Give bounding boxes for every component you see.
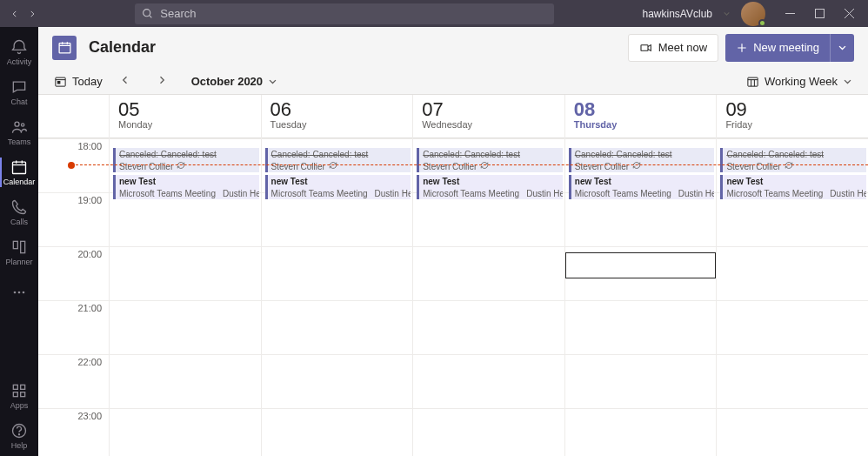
hour-label: 21:00	[38, 300, 109, 354]
calendar-event[interactable]: new Test	[113, 175, 259, 187]
history-back[interactable]	[9, 8, 21, 20]
sidebar-more[interactable]	[0, 272, 38, 312]
svg-rect-12	[13, 392, 17, 397]
time-selection[interactable]	[565, 252, 717, 278]
svg-rect-4	[13, 162, 26, 173]
search-box[interactable]	[135, 3, 554, 24]
day-name: Wednesday	[422, 119, 556, 130]
presence-indicator	[758, 19, 766, 27]
recurrence-icon	[329, 161, 337, 171]
calendar-event[interactable]: new Test	[569, 175, 715, 187]
sidebar-item-calls[interactable]: Calls	[0, 192, 38, 232]
svg-rect-18	[56, 77, 65, 86]
hour-label: 22:00	[38, 354, 109, 408]
calendar-event-detail[interactable]: Microsoft Teams MeetingDustin He	[265, 187, 411, 199]
sidebar-item-label: Help	[11, 441, 28, 450]
day-column[interactable]: 09FridayCanceled: Canceled: testSteven C…	[717, 95, 868, 456]
day-number: 06	[270, 100, 404, 119]
day-number: 05	[118, 100, 252, 119]
calendar-event[interactable]: new Test	[417, 175, 563, 187]
calendar-event-organizer[interactable]: Steven Collier	[569, 160, 715, 172]
calendar-event-organizer[interactable]: Steven Collier	[417, 160, 563, 172]
calendar-grid[interactable]: 05MondayCanceled: Canceled: testSteven C…	[110, 95, 868, 456]
calendar-event-canceled[interactable]: Canceled: Canceled: test	[720, 148, 866, 160]
day-name: Tuesday	[270, 119, 404, 130]
view-picker[interactable]: Working Week	[746, 75, 852, 88]
day-number: 07	[422, 100, 556, 119]
button-label: Meet now	[658, 41, 707, 54]
chevron-down-icon	[723, 10, 731, 17]
window-maximize[interactable]	[805, 0, 835, 27]
plus-icon	[736, 42, 748, 54]
video-icon	[639, 41, 653, 55]
day-column[interactable]: 05MondayCanceled: Canceled: testSteven C…	[110, 95, 262, 456]
day-name: Thursday	[574, 119, 708, 130]
calendar-event-detail[interactable]: Microsoft Teams MeetingDustin He	[720, 187, 866, 199]
history-forward[interactable]	[26, 8, 38, 20]
calendar-event[interactable]: new Test	[720, 175, 866, 187]
day-header[interactable]: 08Thursday	[565, 95, 717, 138]
today-icon	[54, 75, 67, 88]
sidebar-item-teams[interactable]: Teams	[0, 112, 38, 152]
current-time-indicator	[71, 164, 868, 165]
window-minimize[interactable]	[776, 0, 805, 27]
svg-rect-19	[57, 81, 60, 84]
svg-rect-20	[748, 77, 758, 86]
day-column[interactable]: 08ThursdayCanceled: Canceled: testSteven…	[565, 95, 718, 456]
today-button[interactable]: Today	[54, 75, 103, 88]
svg-rect-11	[21, 385, 25, 389]
calendar-event-canceled[interactable]: Canceled: Canceled: test	[265, 148, 411, 160]
sidebar-item-chat[interactable]: Chat	[0, 72, 38, 112]
recurrence-icon	[785, 161, 793, 171]
meet-now-button[interactable]: Meet now	[628, 34, 718, 62]
svg-rect-13	[21, 392, 25, 397]
window-close[interactable]	[835, 0, 865, 27]
calendar-event-detail[interactable]: Microsoft Teams MeetingDustin He	[113, 187, 259, 199]
calendar-event-organizer[interactable]: Steven Collier	[720, 160, 866, 172]
month-label-text: October 2020	[191, 75, 263, 88]
day-name: Monday	[118, 119, 252, 130]
day-header[interactable]: 06Tuesday	[262, 95, 413, 138]
page-title: Calendar	[89, 38, 156, 57]
sidebar-item-label: Calendar	[3, 178, 36, 186]
avatar[interactable]	[741, 2, 765, 26]
calendar-event-organizer[interactable]: Steven Collier	[265, 160, 411, 172]
calendar-event-detail[interactable]: Microsoft Teams MeetingDustin He	[417, 187, 563, 199]
calendar-event-canceled[interactable]: Canceled: Canceled: test	[113, 148, 259, 160]
day-header[interactable]: 05Monday	[110, 95, 261, 138]
chevron-down-icon	[843, 77, 852, 86]
calendar-event-canceled[interactable]: Canceled: Canceled: test	[417, 148, 563, 160]
new-meeting-button[interactable]: New meeting	[725, 34, 830, 62]
calendar-event-canceled[interactable]: Canceled: Canceled: test	[569, 148, 715, 160]
chevron-down-icon	[838, 43, 847, 52]
hour-label: 23:00	[38, 408, 109, 456]
button-label: New meeting	[753, 41, 819, 54]
sidebar-item-label: Chat	[10, 97, 27, 106]
calendar-event-organizer[interactable]: Steven Collier	[113, 160, 259, 172]
day-column[interactable]: 06TuesdayCanceled: Canceled: testSteven …	[262, 95, 414, 456]
svg-rect-6	[21, 241, 25, 252]
recurrence-icon	[177, 161, 185, 171]
day-name: Friday	[725, 119, 859, 130]
next-week[interactable]	[148, 71, 176, 91]
prev-week[interactable]	[111, 71, 139, 91]
sidebar-item-planner[interactable]: Planner	[0, 232, 38, 272]
button-label: Today	[72, 75, 103, 88]
calendar-event[interactable]: new Test	[265, 175, 411, 187]
day-header[interactable]: 09Friday	[717, 95, 868, 138]
search-input[interactable]	[160, 7, 547, 20]
sidebar-item-activity[interactable]: Activity	[0, 32, 38, 72]
search-icon	[142, 8, 153, 19]
sidebar-item-help[interactable]: Help	[0, 416, 38, 456]
day-column[interactable]: 07WednesdayCanceled: Canceled: testSteve…	[413, 95, 565, 456]
account-name[interactable]: hawkinsAVclub	[643, 8, 712, 20]
view-label: Working Week	[765, 75, 838, 88]
day-header[interactable]: 07Wednesday	[413, 95, 564, 138]
new-meeting-dropdown[interactable]	[830, 34, 854, 62]
sidebar-item-apps[interactable]: Apps	[0, 376, 38, 416]
calendar-view-icon	[746, 75, 759, 88]
sidebar-item-label: Teams	[8, 137, 31, 146]
sidebar-item-calendar[interactable]: Calendar	[0, 152, 38, 192]
month-picker[interactable]: October 2020	[191, 75, 277, 88]
calendar-event-detail[interactable]: Microsoft Teams MeetingDustin He	[569, 187, 715, 199]
